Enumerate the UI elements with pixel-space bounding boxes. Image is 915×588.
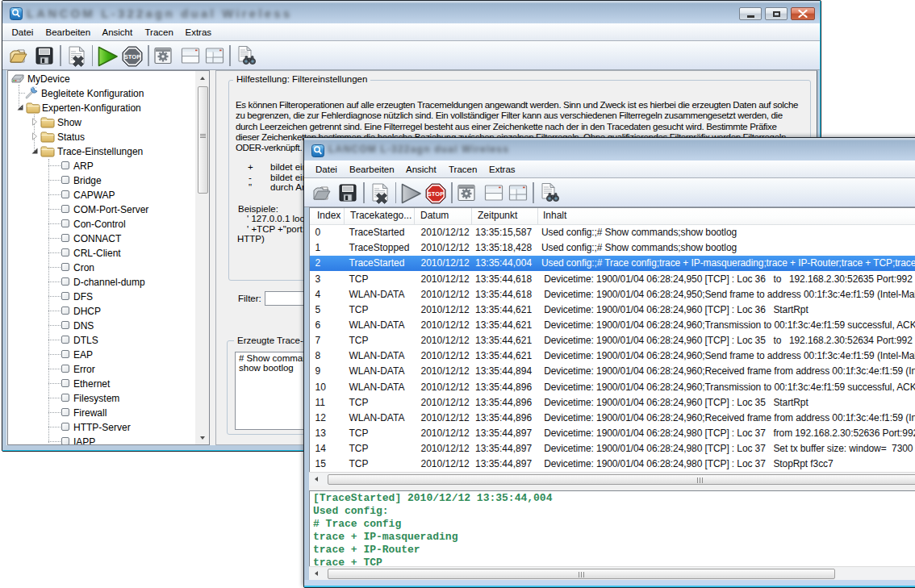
svg-text:STOP: STOP — [123, 53, 140, 60]
svg-text:STOP: STOP — [427, 190, 443, 198]
